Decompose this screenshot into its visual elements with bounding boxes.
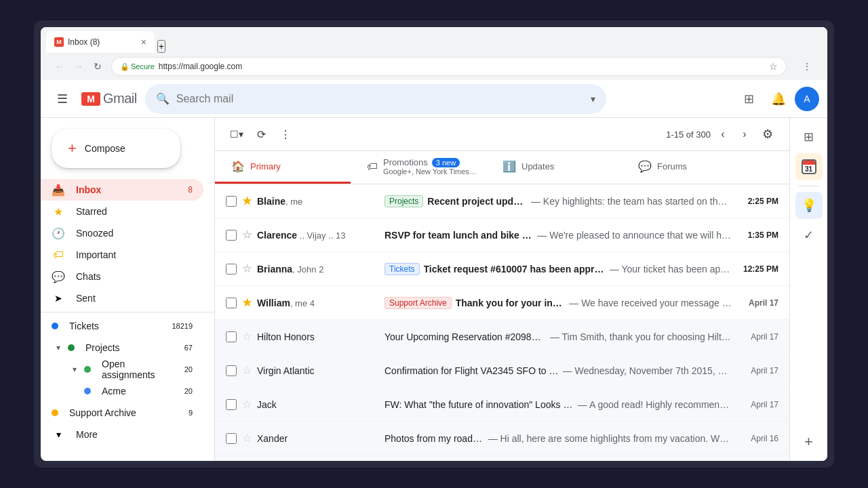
tab-close-btn[interactable]: × bbox=[141, 37, 146, 47]
reload-button[interactable]: ↻ bbox=[90, 58, 106, 75]
email-body: FW: What "the future of innovation" Look… bbox=[384, 399, 732, 410]
email-checkbox[interactable] bbox=[226, 196, 237, 207]
add-sidebar-btn[interactable]: + bbox=[795, 428, 823, 455]
sidebar-item-chats[interactable]: 💬 Chats bbox=[41, 266, 203, 287]
search-bar[interactable]: 🔍 ▾ bbox=[145, 84, 606, 114]
google-apps-sidebar-btn[interactable]: ⊞ bbox=[795, 123, 823, 150]
sidebar-item-tickets[interactable]: Tickets 18219 bbox=[41, 315, 203, 337]
sidebar-item-acme[interactable]: Acme 20 bbox=[41, 380, 203, 402]
email-subject: Thank you for your inquiry bbox=[456, 298, 566, 308]
email-label: Support Archive bbox=[384, 297, 452, 309]
sidebar-item-important[interactable]: 🏷 Important bbox=[41, 244, 203, 266]
email-checkbox[interactable] bbox=[226, 399, 237, 410]
email-row[interactable]: ☆ Jack FW: What "the future of innovatio… bbox=[215, 388, 789, 422]
email-star[interactable]: ☆ bbox=[242, 364, 252, 377]
sidebar-item-support-archive[interactable]: Support Archive 9 bbox=[41, 402, 203, 424]
email-star[interactable]: ★ bbox=[242, 296, 252, 309]
email-star[interactable]: ☆ bbox=[242, 432, 252, 445]
compose-button[interactable]: + Compose bbox=[52, 129, 180, 168]
notifications-button[interactable]: 🔔 bbox=[765, 85, 792, 113]
sidebar-item-projects[interactable]: ▾ Projects 67 bbox=[41, 337, 203, 359]
forums-tab-icon: 💬 bbox=[638, 160, 652, 173]
promotions-subtitle: Google+, New York Times, Pr... bbox=[383, 167, 478, 176]
email-body: Projects Recent project updates — Key hi… bbox=[384, 195, 732, 207]
email-preview: — We have received your message and ... bbox=[569, 298, 732, 308]
tab-favicon: M bbox=[54, 37, 64, 47]
sidebar-item-open-assignments[interactable]: ▾ Open assignments 20 bbox=[41, 359, 203, 380]
email-checkbox[interactable] bbox=[226, 331, 237, 342]
inbox-count: 8 bbox=[179, 185, 193, 195]
email-row[interactable]: ☆ Richard, Matthew, me 3 Product Strateg… bbox=[215, 455, 789, 461]
email-label: Projects bbox=[384, 195, 423, 207]
email-row[interactable]: ☆ Hilton Honors Your Upcoming Reservatio… bbox=[215, 320, 789, 354]
email-checkbox[interactable] bbox=[226, 230, 237, 241]
url-text: https://mail.google.com bbox=[159, 62, 242, 71]
email-star[interactable]: ☆ bbox=[242, 330, 252, 343]
tab-updates[interactable]: ℹ️ Updates bbox=[486, 151, 622, 184]
keep-sidebar-btn[interactable]: 💡 bbox=[795, 192, 823, 219]
email-sender: Richard, Matthew, me 3 bbox=[257, 461, 379, 462]
sidebar-open-assignments-label: Open assignments bbox=[102, 359, 179, 380]
menu-button[interactable]: ☰ bbox=[49, 85, 76, 113]
search-dropdown-icon[interactable]: ▾ bbox=[591, 94, 595, 104]
open-assignments-collapse-icon[interactable]: ▾ bbox=[68, 363, 81, 376]
settings-button[interactable]: ⚙ bbox=[757, 123, 778, 145]
email-subject: Photos from my road trip bbox=[384, 433, 484, 444]
tab-primary[interactable]: 🏠 Primary bbox=[215, 151, 351, 184]
email-preview: — Your ticket has been appro... bbox=[610, 264, 732, 274]
promotions-tab-icon: 🏷 bbox=[367, 161, 378, 173]
email-time: April 16 bbox=[738, 434, 778, 443]
extensions-button[interactable]: ⋮ bbox=[797, 57, 816, 76]
back-button[interactable]: ← bbox=[52, 58, 68, 75]
email-checkbox[interactable] bbox=[226, 433, 237, 444]
main-content: ☐▾ ⟳ ⋮ 1-15 of 300 ‹ › ⚙ 🏠 bbox=[214, 118, 789, 461]
email-star[interactable]: ☆ bbox=[242, 460, 252, 461]
sidebar-item-more[interactable]: ▾ More bbox=[41, 424, 203, 445]
projects-collapse-icon[interactable]: ▾ bbox=[52, 341, 65, 354]
email-star[interactable]: ☆ bbox=[242, 228, 252, 241]
email-star[interactable]: ☆ bbox=[242, 262, 252, 275]
email-checkbox[interactable] bbox=[226, 461, 237, 462]
sidebar-item-snoozed[interactable]: 🕐 Snoozed bbox=[41, 222, 203, 244]
email-row[interactable]: ★ Blaine, me Projects Recent project upd… bbox=[215, 184, 789, 218]
email-checkbox[interactable] bbox=[226, 298, 237, 308]
search-input[interactable] bbox=[176, 93, 584, 105]
apps-button[interactable]: ⊞ bbox=[735, 85, 762, 113]
email-preview: — Key highlights: the team has started o… bbox=[531, 196, 732, 207]
tasks-sidebar-btn[interactable]: ✓ bbox=[795, 222, 823, 249]
sidebar-item-sent[interactable]: ➤ Sent bbox=[41, 287, 203, 309]
email-star[interactable]: ★ bbox=[242, 195, 252, 207]
email-row[interactable]: ☆ Brianna, John 2 Tickets Ticket request… bbox=[215, 252, 789, 286]
support-archive-count: 9 bbox=[179, 409, 193, 417]
email-preview: — Tim Smith, thank you for choosing Hilt… bbox=[550, 331, 732, 342]
url-bar[interactable]: 🔒 Secure https://mail.google.com ☆ bbox=[111, 57, 787, 76]
email-star[interactable]: ☆ bbox=[242, 398, 252, 411]
email-row[interactable]: ★ William, me 4 Support Archive Thank yo… bbox=[215, 286, 789, 320]
email-row[interactable]: ☆ Clarence .. Vijay .. 13 RSVP for team … bbox=[215, 218, 789, 252]
bookmark-icon[interactable]: ☆ bbox=[769, 61, 778, 72]
tab-promotions[interactable]: 🏷 Promotions 3 new Google+, New York Tim… bbox=[351, 151, 486, 184]
refresh-button[interactable]: ⟳ bbox=[250, 123, 272, 145]
email-row[interactable]: ☆ Xander Photos from my road trip — Hi a… bbox=[215, 422, 789, 455]
gmail-header: ☰ M Gmail 🔍 ▾ ⊞ 🔔 A bbox=[41, 80, 827, 118]
next-page-button[interactable]: › bbox=[735, 125, 754, 144]
sidebar-inbox-label: Inbox bbox=[76, 184, 179, 195]
pagination-text: 1-15 of 300 bbox=[666, 129, 711, 140]
select-all-checkbox[interactable]: ☐▾ bbox=[226, 123, 248, 145]
forward-button[interactable]: → bbox=[71, 58, 87, 75]
sidebar-item-starred[interactable]: ★ Starred bbox=[41, 201, 203, 222]
support-archive-dot bbox=[52, 409, 58, 416]
avatar[interactable]: A bbox=[795, 87, 819, 111]
email-checkbox[interactable] bbox=[226, 264, 237, 274]
sidebar-item-inbox[interactable]: 📥 Inbox 8 bbox=[41, 179, 203, 201]
email-row[interactable]: ☆ Virgin Atlantic Confirmation for Fligh… bbox=[215, 354, 789, 388]
email-checkbox[interactable] bbox=[226, 365, 237, 376]
tab-forums[interactable]: 💬 Forums bbox=[622, 151, 757, 184]
calendar-sidebar-btn[interactable]: 31 bbox=[795, 153, 823, 180]
prev-page-button[interactable]: ‹ bbox=[713, 125, 732, 144]
updates-tab-icon: ℹ️ bbox=[502, 160, 516, 173]
email-time: 2:25 PM bbox=[738, 197, 778, 206]
browser-tab[interactable]: M Inbox (8) × bbox=[46, 31, 155, 53]
more-options-button[interactable]: ⋮ bbox=[275, 123, 296, 145]
new-tab-button[interactable]: + bbox=[157, 40, 165, 53]
